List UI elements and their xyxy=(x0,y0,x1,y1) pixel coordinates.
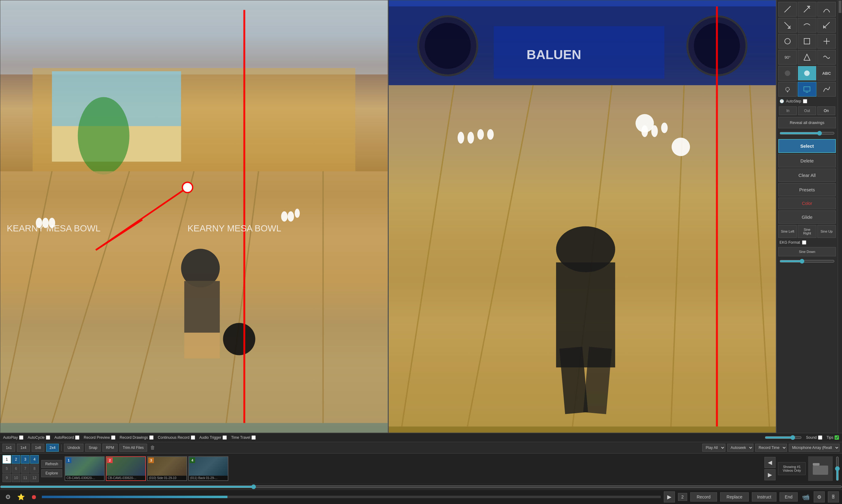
tool-fill-light[interactable] xyxy=(798,66,816,80)
sliders-icon[interactable]: 🎚 xyxy=(828,491,839,502)
scrollbar-thumb[interactable] xyxy=(839,1,841,13)
tool-lasso[interactable] xyxy=(778,82,797,96)
tool-cross-arrow[interactable] xyxy=(818,18,836,33)
autostep-checkbox[interactable] xyxy=(803,99,807,103)
stop-icon[interactable]: ⏺ xyxy=(29,492,39,502)
num-btn-3[interactable]: 3 xyxy=(21,455,30,464)
num-btn-4[interactable]: 4 xyxy=(30,455,39,464)
reveal-drawings-button[interactable]: Reveal all drawings xyxy=(778,117,836,128)
sound-slider[interactable] xyxy=(765,435,802,440)
ekg-checkbox[interactable] xyxy=(802,240,806,245)
gear-icon[interactable]: ⚙ xyxy=(814,491,825,502)
right-scrollbar[interactable] xyxy=(838,0,842,433)
prev-button[interactable]: ◀ xyxy=(765,457,775,468)
record-preview-checkbox[interactable] xyxy=(111,435,115,440)
select-button[interactable]: Select xyxy=(778,139,836,153)
tool-fill-dark[interactable] xyxy=(778,66,797,80)
record-drawings-checkbox[interactable] xyxy=(149,435,154,440)
next-button[interactable]: ▶ xyxy=(765,469,775,480)
microphone-dropdown[interactable]: Microphone Array (Realt xyxy=(789,444,840,452)
clip-thumb-1[interactable]: 1 CB-CAM1-030620-... xyxy=(65,456,105,481)
sound-checkbox[interactable] xyxy=(818,435,822,440)
tool-line[interactable] xyxy=(778,2,797,17)
undock-button[interactable]: Undock xyxy=(64,444,84,452)
camera-icon[interactable]: 📹 xyxy=(801,492,811,502)
tool-path[interactable] xyxy=(818,82,836,96)
tool-arc[interactable] xyxy=(818,2,836,17)
num-btn-10[interactable]: 10 xyxy=(12,473,20,482)
tool-curve[interactable] xyxy=(798,18,816,33)
1x4-button[interactable]: 1x4 xyxy=(17,444,30,452)
presets-button[interactable]: Presets xyxy=(778,183,836,196)
num-btn-12[interactable]: 12 xyxy=(30,473,39,482)
num-btn-9[interactable]: 9 xyxy=(2,473,11,482)
out-button[interactable]: Out xyxy=(798,106,816,115)
folder-icon-box[interactable] xyxy=(808,456,833,481)
sine-up-button[interactable]: Sine Up xyxy=(818,225,836,238)
svg-point-62 xyxy=(785,38,790,44)
autoseek-dropdown[interactable]: Autoseek xyxy=(727,444,753,452)
num-btn-1[interactable]: 1 xyxy=(2,455,11,464)
tool-circle[interactable] xyxy=(778,34,797,49)
1x1-button[interactable]: 1x1 xyxy=(2,444,15,452)
clip-thumb-4[interactable]: 4 (011) Back 01-29-... xyxy=(189,456,228,481)
bottom-right-slider[interactable] xyxy=(780,259,835,264)
glide-button[interactable]: Glide xyxy=(778,211,836,224)
num-btn-7[interactable]: 7 xyxy=(21,464,30,473)
autorecord-checkbox[interactable] xyxy=(75,435,79,440)
delete-button[interactable]: Delete xyxy=(778,154,836,167)
audio-trigger-checkbox[interactable] xyxy=(222,435,227,440)
clip-thumb-3[interactable]: 3 (010) Side 01-29-10 xyxy=(147,456,187,481)
record-button[interactable]: Record xyxy=(690,492,717,502)
tool-wave[interactable] xyxy=(818,50,836,65)
reveal-slider[interactable] xyxy=(780,131,835,136)
color-button[interactable]: Color xyxy=(778,198,836,209)
sine-right-button[interactable]: Sine Right xyxy=(798,225,816,238)
sine-left-button[interactable]: Sine Left xyxy=(778,225,797,238)
on-button[interactable]: On xyxy=(818,106,835,115)
explore-button[interactable]: Explore xyxy=(41,469,62,477)
settings-icon-left[interactable]: ⚙ xyxy=(3,492,13,502)
tool-rectangle[interactable] xyxy=(798,34,816,49)
progress-bar-area[interactable] xyxy=(42,494,661,500)
tool-arrow[interactable] xyxy=(798,2,816,17)
sine-down-button[interactable]: Sine Down xyxy=(778,247,836,256)
star-icon[interactable]: ⭐ xyxy=(16,492,26,502)
tool-text[interactable]: ABC xyxy=(818,66,836,80)
tool-angle[interactable]: 90° xyxy=(778,50,797,65)
instruct-button[interactable]: Instruct xyxy=(752,492,776,502)
clear-all-button[interactable]: Clear All xyxy=(778,168,836,182)
clip-scroll-slider[interactable] xyxy=(835,456,840,481)
ekg-row: EKG Format xyxy=(778,239,836,246)
num-btn-8[interactable]: 8 xyxy=(30,464,39,473)
autoplay-checkbox[interactable] xyxy=(19,435,23,440)
timeline-slider[interactable] xyxy=(0,485,842,489)
clip-number-4: 4 xyxy=(190,457,195,463)
record-time-dropdown[interactable]: Record Time xyxy=(755,444,787,452)
autocycle-checkbox[interactable] xyxy=(46,435,50,440)
num-btn-5[interactable]: 5 xyxy=(2,464,11,473)
continuous-record-checkbox[interactable] xyxy=(191,435,195,440)
tool-arrow-right[interactable] xyxy=(778,18,797,33)
tips-item: Tips xyxy=(827,435,839,440)
play-button-bottom[interactable]: ▶ xyxy=(664,491,675,502)
play-all-dropdown[interactable]: Play All xyxy=(702,444,725,452)
1x8-button[interactable]: 1x8 xyxy=(32,444,44,452)
num-btn-6[interactable]: 6 xyxy=(12,464,20,473)
snap-button[interactable]: Snap xyxy=(85,444,101,452)
trim-all-button[interactable]: Trim All Files xyxy=(120,444,147,452)
tool-triangle[interactable] xyxy=(798,50,816,65)
num-btn-2[interactable]: 2 xyxy=(12,455,20,464)
end-button[interactable]: End xyxy=(780,492,798,502)
tool-plus[interactable] xyxy=(818,34,836,49)
rpm-button[interactable]: RPM xyxy=(103,444,118,452)
clip-thumb-2[interactable]: 2 CB-CAM1-030620-... xyxy=(106,456,146,481)
2x4-button[interactable]: 2x4 xyxy=(46,444,59,452)
tool-screen[interactable] xyxy=(798,82,816,96)
in-button[interactable]: In xyxy=(779,106,797,115)
tips-checkbox[interactable] xyxy=(835,435,839,440)
refresh-button[interactable]: Refresh xyxy=(41,460,62,468)
time-travel-checkbox[interactable] xyxy=(251,435,256,440)
replace-button[interactable]: Replace xyxy=(720,492,749,502)
num-btn-11[interactable]: 11 xyxy=(21,473,30,482)
